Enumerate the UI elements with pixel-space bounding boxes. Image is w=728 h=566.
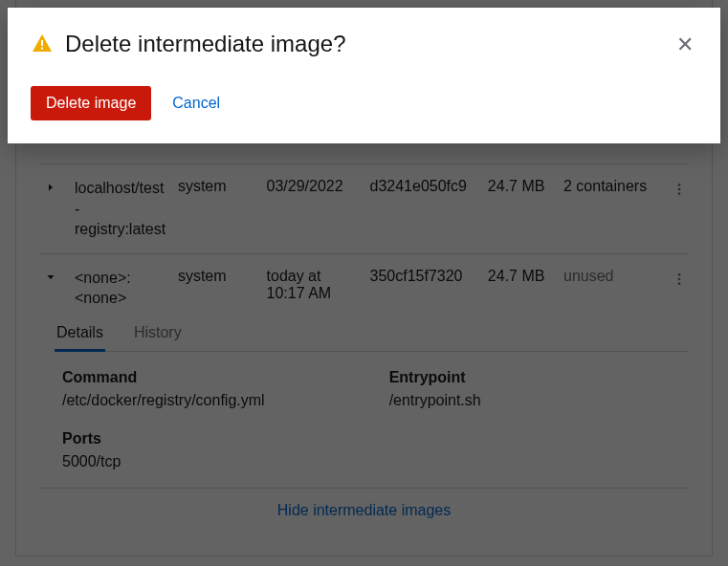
svg-rect-9 [41, 40, 43, 46]
delete-image-button[interactable]: Delete image [31, 86, 151, 120]
delete-image-modal: Delete intermediate image? ✕ Delete imag… [8, 8, 720, 143]
modal-close-button[interactable]: ✕ [673, 31, 697, 59]
svg-rect-10 [41, 48, 43, 50]
cancel-button[interactable]: Cancel [168, 86, 224, 120]
warning-icon [31, 33, 54, 55]
modal-title: Delete intermediate image? [65, 31, 661, 57]
